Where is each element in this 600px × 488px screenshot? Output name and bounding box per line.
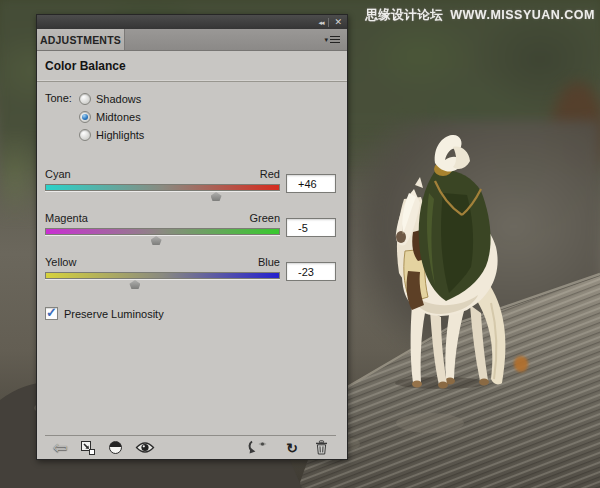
yellow-blue-value-input[interactable] (286, 262, 336, 281)
photoshop-workspace: 思缘设计论坛 WWW.MISSYUAN.COM ◂◂ ✕ ADJUSTMENTS… (0, 0, 600, 488)
tone-option-label: Midtones (96, 111, 141, 123)
toggle-visibility-eye-icon[interactable] (135, 438, 155, 458)
back-arrow-icon: ⇦ (53, 439, 67, 456)
cyan-red-slider-group: Cyan Red (45, 168, 336, 201)
slider-left-label: Cyan (45, 168, 71, 183)
magenta-green-slider-group: Magenta Green (45, 212, 336, 245)
yellow-blue-gradient-bar (45, 272, 280, 279)
preserve-luminosity-row[interactable]: Preserve Luminosity (45, 307, 336, 320)
radio-shadows[interactable] (79, 93, 91, 105)
tab-adjustments[interactable]: ADJUSTMENTS (37, 29, 125, 50)
watermark-site-name: 思缘设计论坛 (365, 7, 443, 24)
view-previous-state-icon[interactable] (247, 438, 269, 458)
adjustment-title: Color Balance (45, 59, 126, 73)
reset-to-defaults-icon[interactable]: ↻ (286, 438, 298, 458)
adjustment-header: Color Balance (37, 51, 347, 82)
close-panel-icon[interactable]: ✕ (334, 18, 342, 27)
preserve-luminosity-checkbox[interactable] (45, 307, 58, 320)
panel-tabbar: ADJUSTMENTS ▾ (37, 29, 347, 51)
panel-menu-icon[interactable]: ▾ (317, 29, 347, 50)
slider-left-label: Magenta (45, 212, 88, 227)
adjustment-scope-icon[interactable] (109, 438, 122, 458)
titlebar-divider (328, 18, 329, 27)
adjustments-panel: ◂◂ ✕ ADJUSTMENTS ▾ Color Balance Tone: S… (36, 14, 348, 460)
yellow-blue-slider-track[interactable] (45, 271, 280, 289)
cyan-red-slider-thumb[interactable] (211, 192, 222, 201)
slider-right-label: Red (260, 168, 280, 183)
cyan-red-slider-track[interactable] (45, 183, 280, 201)
half-sphere-icon (109, 441, 122, 454)
photo-orange-leaves (514, 356, 528, 372)
delete-adjustment-trash-icon[interactable] (315, 438, 328, 458)
preserve-luminosity-label: Preserve Luminosity (64, 308, 164, 320)
tone-options: Shadows Midtones Highlights (79, 90, 144, 144)
tone-option-highlights[interactable]: Highlights (79, 126, 144, 144)
panel-titlebar: ◂◂ ✕ (37, 15, 347, 29)
yellow-blue-slider-group: Yellow Blue (45, 256, 336, 289)
magenta-green-slider-thumb[interactable] (151, 236, 162, 245)
cyan-red-value-input[interactable] (286, 174, 336, 193)
tone-option-label: Shadows (96, 93, 141, 105)
radio-midtones[interactable] (79, 111, 91, 123)
yellow-blue-slider-thumb[interactable] (129, 280, 140, 289)
menu-triangle-icon: ▾ (324, 36, 328, 43)
slider-right-label: Green (249, 212, 280, 227)
tone-option-label: Highlights (96, 129, 144, 141)
tone-option-midtones[interactable]: Midtones (79, 108, 144, 126)
tone-option-shadows[interactable]: Shadows (79, 90, 144, 108)
slider-left-label: Yellow (45, 256, 76, 271)
tone-group: Tone: Shadows Midtones Highlights (45, 90, 336, 144)
magenta-green-slider-track[interactable] (45, 227, 280, 245)
menu-lines-icon (330, 36, 340, 43)
tabbar-filler (125, 29, 317, 50)
magenta-green-gradient-bar (45, 228, 280, 235)
slider-right-label: Blue (258, 256, 280, 271)
tone-label: Tone: (45, 90, 79, 144)
clip-to-layer-icon[interactable] (80, 438, 96, 458)
magenta-green-value-input[interactable] (286, 218, 336, 237)
return-to-adjustment-list-icon[interactable]: ⇦ (53, 438, 67, 458)
panel-toolbar: ⇦ (45, 435, 336, 459)
panel-content: Tone: Shadows Midtones Highlights (37, 82, 347, 459)
cyan-red-gradient-bar (45, 184, 280, 191)
radio-highlights[interactable] (79, 129, 91, 141)
toolbar-right-group: ↻ (247, 438, 328, 458)
watermark: 思缘设计论坛 WWW.MISSYUAN.COM (365, 7, 595, 24)
collapse-to-icons-icon[interactable]: ◂◂ (318, 19, 323, 26)
horse-and-rider (383, 133, 513, 391)
watermark-site-url: WWW.MISSYUAN.COM (450, 8, 595, 22)
reset-arrow-icon: ↻ (286, 441, 298, 455)
